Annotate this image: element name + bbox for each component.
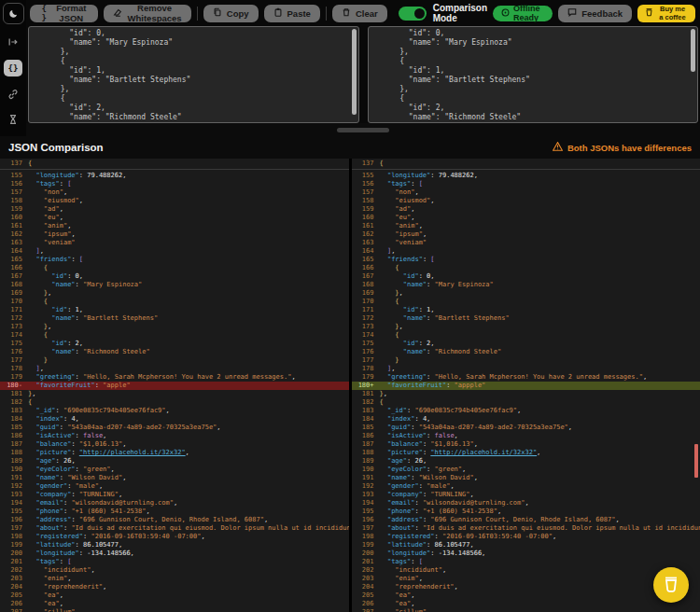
code-text: "name": "Mary Espinoza" [28,281,349,289]
line-number: 161 [0,222,28,230]
code-line: 191 "name": "Wilson David", [352,474,700,482]
code-line: 193 "company": "TURNLING", [0,491,349,499]
format-json-button[interactable]: { } Format JSON [30,5,98,22]
copy-button[interactable]: Copy [203,5,259,22]
code-line: 169 }, [0,289,349,298]
code-line: 168 "name": "Mary Espinoza" [352,281,700,289]
code-text: "gender": "male", [380,482,700,491]
code-text: "ea", [380,591,700,600]
line-number: 137 [0,159,28,169]
line-number: 181 [352,390,380,398]
code-line: 196 "address": "696 Gunnison Court, Deni… [352,516,700,524]
code-text: "friends": [ [28,256,349,264]
code-line: 167 "id": 0, [352,272,700,281]
code-line: 175 "id": 2, [0,340,349,348]
scrollbar-thumb[interactable] [691,29,695,72]
clear-button[interactable]: Clear [332,5,387,22]
code-line: 160 "eu", [352,214,700,222]
hourglass-icon[interactable] [4,112,22,127]
code-text: "ea", [380,600,700,608]
line-number: 189 [0,457,28,466]
handle-row [26,123,700,136]
line-number: 200 [352,549,380,558]
line-number: 180+ [352,382,380,390]
code-text: "reprehenderit", [28,583,349,591]
code-line: 204 "reprehenderit", [352,583,700,591]
buy-me-coffee-button[interactable]: Buy me a coffee [637,5,695,22]
code-line: 187 "balance": "$1,016.13", [0,440,349,449]
theme-toggle-button[interactable] [3,3,24,24]
code-text: "greeting": "Hello, Sarah Mcpherson! You… [380,373,700,382]
line-number: 155 [352,172,380,180]
code-text: "name": "Wilson David", [380,474,700,482]
code-text: ], [380,247,700,256]
json-input-left[interactable]: "id": 0, "name": "Mary Espinoza" }, { "i… [28,26,359,123]
code-line: 176 "name": "Richmond Steele" [352,348,700,356]
code-text: "non", [380,188,700,197]
code-text: "eyeColor": "green", [28,466,349,474]
line-number: 190 [352,466,380,474]
line-number: 185 [0,424,28,432]
code-line: 161 "anim", [352,222,700,230]
code-line: 166 { [352,264,700,272]
line-number: 194 [0,499,28,508]
line-number: 200 [0,549,28,558]
code-line: 166 { [0,264,349,272]
code-line: 189 "age": 26, [352,457,700,466]
comparison-pane-left[interactable]: 137{155 "longitude": 79.488262,156 "tags… [0,159,349,612]
line-number: 168 [0,281,28,289]
scrollbar-thumb[interactable] [352,29,357,115]
code-text: "reprehenderit", [380,583,700,591]
line-number: 179 [0,373,28,382]
line-number: 156 [0,180,28,188]
code-text: "gender": "male", [28,482,349,491]
line-number: 184 [352,415,380,424]
code-text: { [380,264,700,272]
code-text: "name": "Richmond Steele" [28,348,349,356]
line-number: 207 [352,608,380,612]
line-number: 201 [0,558,28,566]
json-input-right-text[interactable]: "id": 0, "name": "Mary Espinoza" }, { "i… [369,27,698,123]
code-text: "ad", [380,205,700,214]
toolbar: { } Format JSON Remove Whitespaces Copy [26,0,700,26]
code-text: "address": "696 Gunnison Court, Denio, R… [380,516,700,524]
line-number: 160 [0,214,28,222]
line-number: 178 [0,365,28,373]
line-number: 190 [0,466,28,474]
paste-button[interactable]: Paste [264,5,320,22]
line-number: 180- [0,382,28,390]
code-line: 161 "anim", [0,222,349,230]
code-line: 184 "index": 4, [352,415,700,424]
json-input-left-text[interactable]: "id": 0, "name": "Mary Espinoza" }, { "i… [29,27,358,123]
message-square-icon [567,7,577,19]
feedback-button[interactable]: Feedback [558,5,632,22]
code-text: "balance": "$1,016.13", [28,440,349,449]
line-number: 206 [352,600,380,608]
code-text: "ipsum", [380,230,700,239]
json-input-right[interactable]: "id": 0, "name": "Mary Espinoza" }, { "i… [368,26,699,123]
code-line: 177 } [352,356,700,365]
code-text: "id": 1, [380,306,700,314]
code-text: "isActive": false, [380,432,700,440]
comparison-mode-toggle[interactable] [399,7,427,21]
scrollbar-diff-marker[interactable] [694,444,698,478]
code-text: "guid": "543a04aa-d207-4a89-ade2-70325a3… [380,424,700,432]
resize-handle[interactable] [337,128,389,132]
remove-whitespaces-button[interactable]: Remove Whitespaces [104,5,190,22]
line-number: 177 [0,356,28,365]
code-line: 202 "incididunt", [0,566,349,575]
line-number: 199 [352,541,380,549]
code-line: 191 "name": "Wilson David", [0,474,349,482]
code-text: "address": "696 Gunnison Court, Denio, R… [28,516,349,524]
tab-arrow-icon[interactable] [4,35,22,49]
code-line: 174 { [0,331,349,340]
link-icon[interactable] [4,87,22,102]
json-tool-button[interactable]: {} [4,60,22,76]
code-line: 187 "balance": "$1,016.13", [352,440,700,449]
buy-me-coffee-fab[interactable] [653,567,689,603]
code-line: 181}, [0,390,349,398]
line-number: 165 [352,256,380,264]
code-text: "about": "Id duis ad exercitation qui ei… [28,524,349,533]
comparison-pane-right[interactable]: 137{155 "longitude": 79.488262,156 "tags… [352,159,700,612]
code-text: }, [28,390,349,398]
